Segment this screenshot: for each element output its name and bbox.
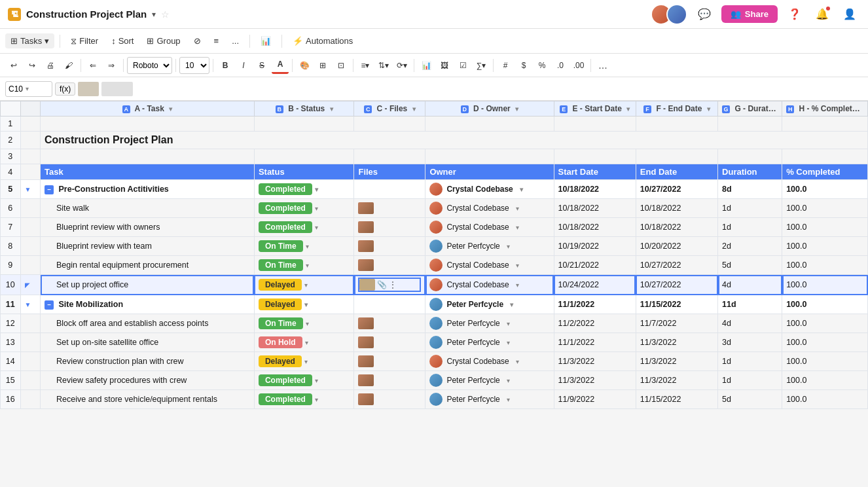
decimal-inc-button[interactable]: .00: [570, 57, 587, 74]
owner-cell-td[interactable]: Peter Perfcycle ▾: [425, 390, 554, 409]
expand-icon[interactable]: ▼: [25, 301, 31, 308]
owner-cell-td[interactable]: Peter Perfcycle ▾: [425, 371, 554, 390]
align-right-button[interactable]: ⇒: [103, 57, 120, 74]
print-button[interactable]: 🖨: [42, 57, 59, 74]
share-button[interactable]: 👥 Share: [721, 5, 778, 23]
pct-header-cell[interactable]: % Completed: [782, 164, 868, 180]
files-cell-td[interactable]: [354, 237, 425, 256]
font-family-select[interactable]: Roboto: [127, 57, 172, 74]
status-chevron[interactable]: ▾: [306, 243, 309, 250]
task-cell[interactable]: Review safety procedures with crew: [41, 371, 255, 390]
hash-button[interactable]: #: [497, 57, 514, 74]
status-chevron[interactable]: ▾: [304, 358, 308, 365]
italic-button[interactable]: I: [235, 57, 252, 74]
files-cell-td[interactable]: [354, 333, 425, 352]
owner-chevron-icon[interactable]: ▾: [516, 358, 519, 365]
col-D-sort-icon[interactable]: ▾: [515, 105, 518, 113]
fill-color-button[interactable]: 🎨: [296, 57, 313, 74]
text-rotate-button[interactable]: ⟳▾: [393, 57, 410, 74]
status-header-cell[interactable]: Status: [254, 164, 354, 180]
undo-button[interactable]: ↩: [5, 57, 22, 74]
status-cell[interactable]: On Time▾: [254, 314, 354, 333]
col-C-sort-icon[interactable]: ▾: [412, 105, 416, 113]
files-cell-td[interactable]: [354, 352, 425, 371]
automations-button[interactable]: ⚡ Automations: [287, 33, 358, 48]
dollar-button[interactable]: $: [515, 57, 532, 74]
owner-cell-td[interactable]: Peter Perfcycle ▾: [425, 333, 554, 352]
task-cell[interactable]: Set up project office: [41, 275, 255, 295]
merge-button[interactable]: ⊡: [333, 57, 350, 74]
hide-button[interactable]: ⊘: [189, 33, 206, 48]
owner-chevron-icon[interactable]: ▾: [520, 186, 523, 193]
owner-cell-td[interactable]: Crystal Codebase ▾: [425, 218, 554, 237]
task-cell[interactable]: Blueprint review with owners: [41, 218, 255, 237]
col-F-sort-icon[interactable]: ▾: [707, 105, 710, 113]
owner-header-cell[interactable]: Owner: [425, 164, 554, 180]
insert-image-button[interactable]: 🖼: [436, 57, 453, 74]
status-chevron[interactable]: ▾: [306, 262, 309, 269]
owner-cell-td[interactable]: Crystal Codebase ▾: [425, 275, 554, 295]
end-date-header-cell[interactable]: End Date: [636, 164, 717, 180]
tasks-button[interactable]: ⊞ Tasks ▾: [5, 33, 54, 48]
col-header-E[interactable]: E E - Start Date ▾: [554, 101, 636, 117]
text-align-button[interactable]: ≡▾: [357, 57, 374, 74]
owner-cell-td[interactable]: Crystal Codebase ▾: [425, 352, 554, 371]
function-button[interactable]: ∑▾: [473, 57, 490, 74]
files-cell-td[interactable]: [354, 199, 425, 218]
project-title-cell[interactable]: Construction Project Plan: [41, 132, 868, 149]
col-E-sort-icon[interactable]: ▾: [626, 105, 630, 113]
task-cell-empty[interactable]: [41, 149, 255, 164]
bold-button[interactable]: B: [217, 57, 234, 74]
group-owner-cell[interactable]: Crystal Codebase ▾: [425, 180, 554, 199]
col-header-B[interactable]: B B - Status ▾: [254, 101, 354, 117]
col-H-sort-icon[interactable]: ▾: [866, 105, 867, 113]
star-icon[interactable]: ☆: [161, 9, 170, 20]
files-cell-td[interactable]: [354, 390, 425, 409]
files-cell-td[interactable]: [354, 371, 425, 390]
owner-cell-td[interactable]: Peter Perfcycle ▾: [425, 314, 554, 333]
avatar-peter[interactable]: [666, 4, 687, 25]
files-cell-td[interactable]: [354, 256, 425, 275]
col-header-C[interactable]: C C - Files ▾: [354, 101, 425, 117]
valign-button[interactable]: ⇅▾: [375, 57, 392, 74]
owner-chevron-icon[interactable]: ▾: [507, 396, 510, 403]
group-task-cell[interactable]: – Site Mobilization: [41, 295, 255, 314]
group-status-cell[interactable]: Completed▾: [254, 180, 354, 199]
more-formats-button[interactable]: ...: [594, 57, 611, 74]
strikethrough-button[interactable]: S: [253, 57, 270, 74]
owner-chevron-icon[interactable]: ▾: [507, 243, 510, 250]
group-task-cell[interactable]: – Pre-Construction Actitivities: [41, 180, 255, 199]
owner-cell-td[interactable]: Crystal Codebase ▾: [425, 256, 554, 275]
more-button[interactable]: ...: [226, 33, 244, 48]
status-chevron[interactable]: ▾: [305, 339, 308, 346]
font-size-select[interactable]: 10: [179, 57, 209, 74]
status-chevron[interactable]: ▾: [315, 186, 318, 193]
decimal-dec-button[interactable]: .0: [552, 57, 569, 74]
col-header-H[interactable]: H H - % Completed ▾: [782, 101, 868, 117]
duration-header-cell[interactable]: Duration: [718, 164, 782, 180]
insert-chart-button[interactable]: 📊: [418, 57, 435, 74]
status-cell[interactable]: Delayed▾: [254, 352, 354, 371]
paint-format-button[interactable]: 🖌: [60, 57, 77, 74]
chart-button[interactable]: 📊: [255, 33, 276, 48]
status-chevron[interactable]: ▾: [304, 281, 308, 289]
owner-chevron-icon[interactable]: ▾: [507, 320, 510, 327]
col-header-F[interactable]: F F - End Date ▾: [636, 101, 717, 117]
owner-cell-td[interactable]: Peter Perfcycle ▾: [425, 237, 554, 256]
align-left-button[interactable]: ⇐: [84, 57, 101, 74]
group-status-cell[interactable]: Delayed▾: [254, 295, 354, 314]
owner-chevron-icon[interactable]: ▾: [516, 281, 519, 289]
col-B-sort-icon[interactable]: ▾: [330, 105, 333, 113]
status-chevron[interactable]: ▾: [315, 377, 318, 384]
owner-chevron-icon[interactable]: ▾: [507, 339, 510, 346]
help-icon[interactable]: ❓: [784, 4, 805, 25]
status-cell[interactable]: Completed▾: [254, 199, 354, 218]
notification-icon[interactable]: 🔔: [812, 4, 833, 25]
group-owner-cell[interactable]: Peter Perfcycle ▾: [425, 295, 554, 314]
owner-cell-td[interactable]: Crystal Codebase ▾: [425, 199, 554, 218]
status-cell[interactable]: Delayed▾: [254, 275, 354, 295]
files-header-cell[interactable]: Files: [354, 164, 425, 180]
status-cell[interactable]: Completed▾: [254, 218, 354, 237]
group-toggle[interactable]: –: [45, 185, 54, 194]
status-chevron[interactable]: ▾: [304, 301, 308, 308]
